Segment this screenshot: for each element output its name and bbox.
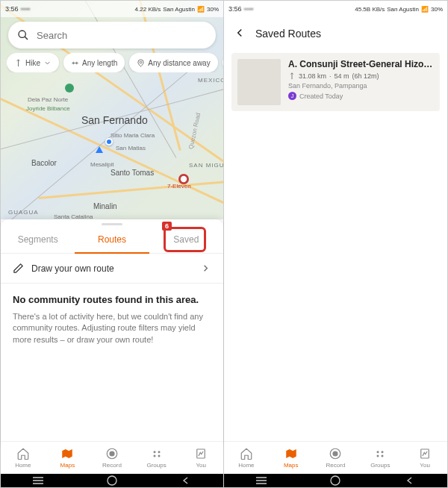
sys-back-button[interactable]: [395, 476, 425, 485]
map-label-santo-tomas: Santo Tomas: [111, 169, 154, 177]
map-label-dela-paz: Dela Paz Norte: [28, 96, 68, 103]
nav-record[interactable]: Record: [314, 442, 358, 474]
bottom-nav: Home Maps Record Groups You: [224, 441, 447, 474]
nav-you[interactable]: You: [402, 442, 447, 474]
svg-point-4: [110, 451, 114, 456]
chevron-left-icon: [233, 26, 246, 40]
map-label-mesalipit: Mesalipit: [90, 161, 114, 168]
svg-point-8: [158, 455, 160, 457]
map-label-san-miguel: SAN MIGUEL: [189, 162, 223, 169]
nav-label: Groups: [370, 462, 390, 469]
nav-label: You: [196, 462, 206, 469]
page-header: Saved Routes: [224, 17, 447, 50]
svg-point-1: [19, 31, 25, 37]
empty-body: There's a lot of activity here, but we c…: [13, 311, 211, 345]
status-bar: 3:56▪▪▪▪ 4.22 KB/s San Agustin 📶 30%: [1, 1, 223, 17]
status-battery: 30%: [207, 6, 219, 13]
status-battery: 30%: [431, 6, 443, 13]
hike-icon: [14, 59, 22, 67]
search-input[interactable]: [37, 30, 207, 41]
svg-point-15: [377, 455, 379, 457]
record-icon: [329, 447, 342, 460]
route-distance: 31.08 km: [299, 72, 326, 80]
status-time: 3:56: [5, 5, 19, 13]
map-label-santa-catalina: Santa Catalina: [54, 213, 93, 219]
nav-label: You: [420, 462, 430, 469]
nav-you[interactable]: You: [178, 442, 223, 474]
svg-point-0: [181, 176, 187, 182]
direction-marker: [96, 146, 103, 153]
current-location-marker: [105, 138, 113, 146]
you-icon: [194, 447, 208, 460]
nav-maps[interactable]: Maps: [46, 442, 90, 474]
nav-label: Maps: [284, 462, 299, 469]
sys-home-button[interactable]: [320, 476, 350, 485]
poi-marker-green[interactable]: [65, 84, 74, 93]
svg-point-13: [377, 451, 379, 453]
svg-point-5: [153, 451, 155, 453]
nav-maps[interactable]: Maps: [269, 442, 314, 474]
you-icon: [418, 447, 432, 460]
tab-segments[interactable]: Segments: [1, 225, 75, 253]
sys-home-button[interactable]: [97, 476, 127, 485]
groups-icon: [373, 447, 387, 460]
sys-menu-button[interactable]: [246, 476, 276, 485]
tab-routes[interactable]: Routes: [75, 225, 149, 253]
callout-annotation: 6: [164, 227, 206, 252]
hike-icon: [288, 72, 296, 80]
callout-badge: 6: [162, 222, 172, 231]
pencil-icon: [13, 263, 24, 274]
draw-own-route-button[interactable]: Draw your own route: [1, 254, 223, 284]
phone-maps-tab: San Fernando Santo Tomas San Matias Siti…: [1, 1, 224, 487]
map-label-joyride: Joyride Bilbance: [26, 105, 70, 112]
map-label-san-matias: San Matias: [116, 145, 146, 151]
chevron-right-icon: [200, 263, 211, 274]
sys-back-button[interactable]: [171, 476, 201, 485]
search-bar[interactable]: [8, 22, 216, 49]
nav-label: Home: [15, 462, 31, 469]
home-icon: [240, 447, 253, 460]
draw-label: Draw your own route: [31, 263, 114, 274]
svg-point-14: [382, 451, 384, 453]
maps-icon: [284, 447, 298, 460]
filter-chip-activity[interactable]: Hike: [7, 53, 59, 72]
page-title: Saved Routes: [255, 28, 321, 40]
chip-label: Any distance away: [148, 59, 210, 67]
svg-point-16: [382, 455, 384, 457]
map-label-guagua: GUAGUA: [8, 209, 39, 216]
status-loc: San Agustin: [163, 6, 195, 13]
nav-label: Home: [238, 462, 254, 469]
tab-label: Routes: [98, 234, 126, 245]
pin-icon: [137, 59, 145, 67]
saved-route-card[interactable]: A. Consunji Street-General Hizon Aven...…: [231, 53, 440, 111]
filter-chip-difficulty[interactable]: Any difficulty: [223, 53, 223, 72]
status-loc: San Agustin: [387, 6, 419, 13]
svg-point-12: [333, 451, 337, 456]
filter-chips-row: Hike Any length Any distance away Any di…: [7, 53, 223, 72]
sys-menu-button[interactable]: [23, 476, 53, 485]
bottom-nav: Home Maps Record Groups You: [1, 441, 223, 474]
nav-label: Maps: [60, 462, 75, 469]
empty-title: No community routes found in this area.: [13, 294, 211, 305]
nav-groups[interactable]: Groups: [358, 442, 402, 474]
nav-groups[interactable]: Groups: [134, 442, 179, 474]
nav-home[interactable]: Home: [1, 442, 46, 474]
svg-point-6: [158, 451, 160, 453]
filter-chip-length[interactable]: Any length: [63, 53, 125, 72]
search-icon: [17, 29, 29, 41]
route-duration: (6h 12m): [352, 72, 379, 80]
route-thumbnail: [237, 59, 281, 105]
svg-point-7: [153, 455, 155, 457]
back-button[interactable]: [233, 26, 246, 42]
poi-marker[interactable]: [178, 174, 189, 184]
nav-record[interactable]: Record: [90, 442, 134, 474]
nav-home[interactable]: Home: [224, 442, 269, 474]
status-time: 3:56: [228, 5, 242, 13]
route-title: A. Consunji Street-General Hizon Aven...: [288, 59, 434, 69]
empty-state: No community routes found in this area. …: [1, 284, 223, 356]
record-icon: [105, 447, 119, 460]
filter-chip-distance[interactable]: Any distance away: [129, 53, 217, 72]
chip-label: Hike: [25, 59, 40, 67]
bottom-sheet: Segments Routes Saved 6 Draw your own ro…: [1, 219, 223, 446]
map-label-bacolor: Bacolor: [31, 159, 57, 167]
